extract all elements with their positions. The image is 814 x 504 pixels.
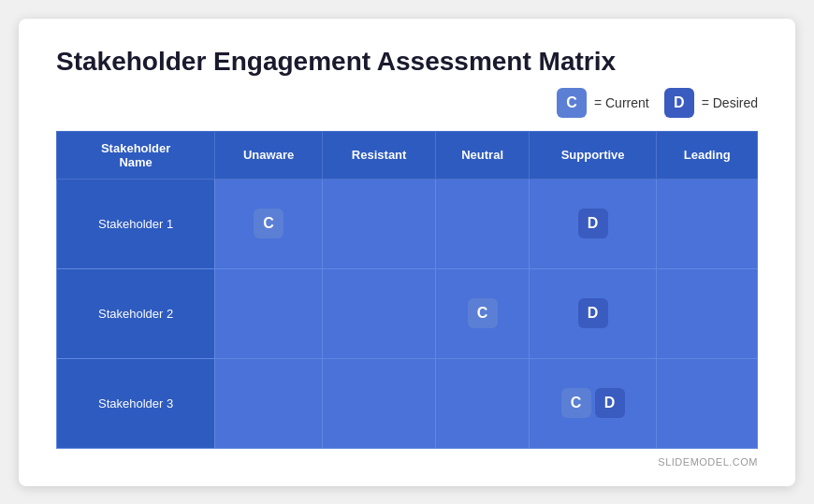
badge-wrap: C [215, 180, 322, 268]
stakeholder-name-cell: Stakeholder 3 [57, 358, 215, 448]
current-label: = Current [594, 95, 649, 110]
legend: C = Current D = Desired [56, 88, 758, 118]
current-marker: C [468, 298, 498, 328]
cell-row2-col-supportive: CD [529, 358, 657, 448]
cell-row2-col-resistant [322, 358, 436, 448]
badge-wrap: D [530, 180, 657, 268]
col-header-unaware: Unaware [215, 131, 323, 179]
cell-row1-col-unaware [215, 268, 323, 358]
cell-row1-col-neutral: C [436, 268, 529, 358]
col-header-leading: Leading [657, 131, 758, 179]
slide: Stakeholder Engagement Assessment Matrix… [19, 19, 795, 486]
cell-row0-col-resistant [322, 179, 436, 268]
current-marker: C [561, 388, 591, 418]
col-header-name: StakeholderName [57, 131, 215, 179]
badge-wrap: C [436, 269, 528, 358]
stakeholder-name-cell: Stakeholder 2 [57, 268, 215, 358]
desired-marker: D [578, 209, 608, 238]
matrix-table: StakeholderName Unaware Resistant Neutra… [56, 131, 758, 449]
current-badge: C [557, 88, 587, 118]
current-marker: C [254, 209, 283, 238]
cell-row0-col-leading [657, 179, 758, 268]
badge-wrap: CD [530, 359, 657, 448]
stakeholder-name-cell: Stakeholder 1 [57, 179, 215, 268]
footer: SLIDEMODEL.COM [56, 456, 758, 468]
desired-label: = Desired [702, 95, 758, 110]
page-title: Stakeholder Engagement Assessment Matrix [56, 47, 758, 77]
cell-row1-col-leading [657, 268, 758, 358]
desired-marker: D [578, 298, 608, 328]
table-row: Stakeholder 2CD [57, 268, 758, 358]
legend-desired: D = Desired [664, 88, 758, 118]
col-header-resistant: Resistant [322, 131, 436, 179]
col-header-neutral: Neutral [436, 131, 529, 179]
cell-row1-col-supportive: D [529, 268, 657, 358]
desired-marker: D [595, 388, 625, 418]
legend-current: C = Current [557, 88, 649, 118]
cell-row0-col-neutral [436, 179, 529, 268]
badge-wrap: D [530, 269, 657, 358]
cell-row0-col-supportive: D [529, 179, 657, 268]
table-header-row: StakeholderName Unaware Resistant Neutra… [57, 131, 758, 179]
cell-row2-col-neutral [436, 358, 529, 448]
cell-row2-col-unaware [215, 358, 323, 448]
cell-row2-col-leading [657, 358, 758, 448]
col-header-supportive: Supportive [529, 131, 657, 179]
table-row: Stakeholder 3CD [57, 358, 758, 448]
desired-badge: D [664, 88, 694, 118]
cell-row0-col-unaware: C [215, 179, 323, 268]
cell-row1-col-resistant [322, 268, 436, 358]
table-row: Stakeholder 1CD [57, 179, 758, 268]
